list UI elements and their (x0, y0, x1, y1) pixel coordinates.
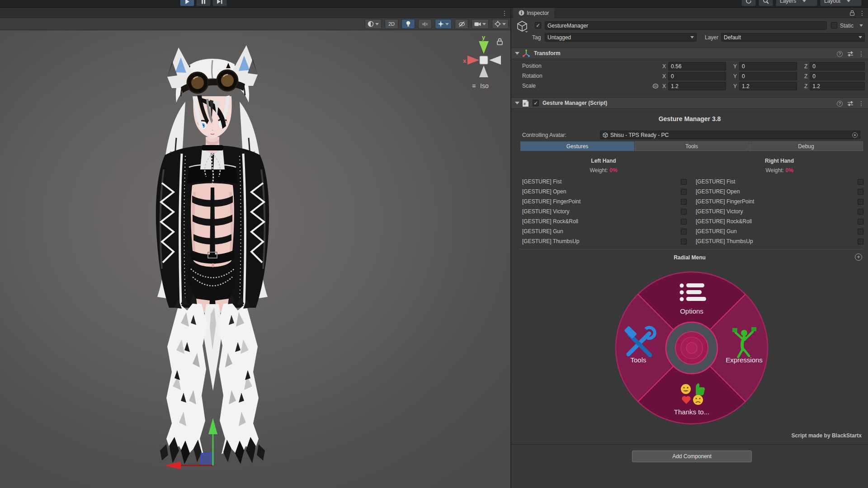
gesture-row: [GESTURE] FingerPoint (696, 198, 863, 205)
lighting-toggle-button[interactable] (401, 19, 415, 29)
avatar-model[interactable] (113, 34, 312, 488)
tag-dropdown[interactable]: Untagged (545, 33, 697, 42)
help-icon[interactable] (837, 51, 843, 57)
gesture-checkbox[interactable] (858, 219, 863, 225)
gesture-checkbox[interactable] (858, 189, 863, 195)
controlling-avatar-field[interactable]: Shisu - TPS Ready - PC (600, 131, 860, 139)
gameobject-name-field[interactable]: GestureManager (545, 21, 827, 30)
chevron-down-icon (375, 23, 379, 25)
rotation-x-field[interactable]: 0 (668, 72, 726, 80)
radial-thanks-label[interactable]: Thanks to... (674, 408, 709, 416)
component-menu-kebab-icon[interactable] (858, 50, 864, 57)
transform-title: Transform (534, 50, 561, 56)
presets-icon[interactable] (847, 101, 854, 106)
gameobject-cube-icon[interactable] (516, 20, 528, 33)
step-button[interactable] (212, 0, 227, 6)
scene-lock-icon[interactable] (496, 38, 503, 46)
right-cone[interactable] (489, 56, 501, 65)
help-icon[interactable] (837, 101, 843, 107)
gizmo-center-cube[interactable] (480, 56, 488, 64)
component-enabled-checkbox[interactable] (533, 100, 539, 106)
scale-x-field[interactable]: 1.2 (668, 82, 726, 90)
gesture-checkbox[interactable] (681, 219, 687, 225)
gesture-checkbox[interactable] (858, 179, 863, 185)
radial-menu-wheel: Options Tools Expressions (610, 267, 773, 429)
bottom-cone[interactable] (479, 66, 488, 77)
rotation-y-field[interactable]: 0 (739, 72, 797, 80)
static-dropdown-icon[interactable] (859, 24, 863, 27)
y-axis-cone[interactable] (479, 41, 489, 54)
gesture-row: [GESTURE] Victory (522, 208, 687, 215)
effects-toggle-button[interactable] (435, 19, 452, 29)
layout-dropdown[interactable]: Layout (820, 0, 862, 6)
radial-tools-label[interactable]: Tools (630, 356, 646, 364)
transform-header[interactable]: Transform (511, 47, 868, 59)
gizmos-button[interactable] (492, 19, 509, 29)
play-controls (180, 0, 227, 6)
gesture-checkbox[interactable] (858, 209, 863, 215)
scene-menu-kebab-icon[interactable] (501, 9, 508, 17)
shaded-sphere-icon (368, 21, 374, 27)
gesture-checkbox[interactable] (858, 239, 863, 244)
2d-toggle-button[interactable]: 2D (385, 19, 398, 29)
scale-y-field[interactable]: 1.2 (739, 82, 797, 90)
radial-expressions-label[interactable]: Expressions (726, 356, 763, 364)
position-y-field[interactable]: 0 (739, 62, 797, 70)
add-component-button[interactable]: Add Component (632, 450, 752, 462)
gesture-checkbox[interactable] (681, 239, 687, 244)
pause-button[interactable] (196, 0, 211, 6)
gesture-manager-header[interactable]: # Gesture Manager (Script) (511, 97, 868, 109)
search-button[interactable] (759, 0, 773, 6)
gesture-checkbox[interactable] (681, 179, 687, 185)
foldout-icon[interactable] (515, 102, 519, 104)
gesture-checkbox[interactable] (681, 209, 687, 215)
chevron-down-icon (802, 0, 806, 2)
chevron-down-icon (445, 23, 449, 25)
scene-camera-button[interactable] (472, 19, 489, 29)
layers-dropdown[interactable]: Layers (776, 0, 817, 6)
gesture-checkbox[interactable] (681, 199, 687, 205)
rotation-z-field[interactable]: 0 (810, 72, 865, 80)
gesture-checkbox[interactable] (681, 189, 687, 195)
gesture-checkbox[interactable] (858, 199, 863, 205)
audio-toggle-button[interactable] (418, 19, 432, 29)
foldout-icon[interactable] (515, 52, 519, 55)
tab-tools[interactable]: Tools (635, 141, 749, 151)
tab-gestures[interactable]: Gestures (520, 141, 634, 151)
layer-dropdown[interactable]: Default (721, 33, 865, 42)
tab-debug[interactable]: Debug (749, 141, 863, 151)
gesture-row: [GESTURE] Open (522, 188, 687, 195)
panel-divider[interactable] (510, 8, 511, 488)
gameobject-active-checkbox[interactable] (535, 22, 541, 28)
position-x-field[interactable]: 0.56 (668, 62, 726, 70)
script-icon: # (522, 99, 529, 107)
controlling-avatar-value: Shisu - TPS Ready - PC (610, 132, 669, 138)
iso-label[interactable]: Iso (480, 82, 489, 89)
object-picker-icon[interactable] (852, 132, 858, 138)
component-menu-kebab-icon[interactable] (858, 100, 864, 107)
gesture-manager-version-title: Gesture Manager 3.8 (511, 115, 868, 122)
inspector-lock-icon[interactable] (849, 10, 855, 16)
play-button[interactable] (180, 0, 194, 6)
scene-toolbar: 2D (0, 18, 510, 30)
inspector-menu-kebab-icon[interactable] (859, 9, 865, 17)
scale-z-field[interactable]: 1.2 (810, 82, 865, 90)
scene-visibility-button[interactable] (455, 19, 468, 29)
presets-icon[interactable] (847, 51, 854, 56)
x-axis-cone[interactable] (467, 56, 479, 65)
scale-link-icon[interactable] (652, 84, 659, 89)
tab-inspector[interactable]: Inspector (513, 8, 554, 18)
radial-add-icon[interactable] (855, 253, 862, 261)
right-weight-value: 0% (785, 167, 793, 174)
position-z-field[interactable]: 0 (810, 62, 865, 70)
shading-mode-button[interactable] (365, 19, 382, 29)
static-checkbox[interactable] (831, 22, 837, 28)
pause-icon (201, 0, 206, 4)
scene-viewport[interactable]: y x ≡ Iso (0, 30, 510, 488)
gizmo-sphere-icon (495, 21, 501, 27)
cloud-refresh-button[interactable] (741, 0, 756, 6)
gesture-checkbox[interactable] (858, 229, 863, 235)
gesture-checkbox[interactable] (681, 229, 687, 235)
radial-menu-title: Radial Menu (511, 254, 868, 261)
radial-options-label[interactable]: Options (680, 307, 703, 315)
